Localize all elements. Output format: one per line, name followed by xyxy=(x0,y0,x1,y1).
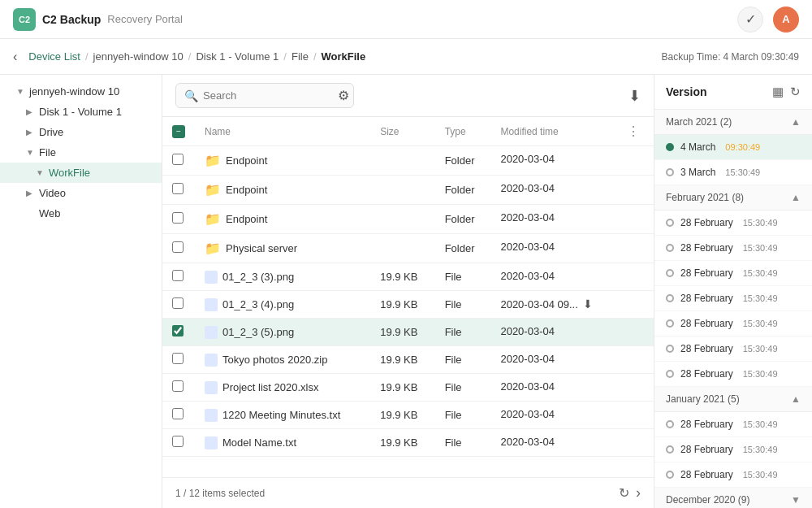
more-options-icon[interactable]: ⋮ xyxy=(627,124,640,138)
row-size: 19.9 KB xyxy=(370,402,434,429)
row-modified: 2020-03-04 xyxy=(490,346,616,371)
select-all-header[interactable]: − xyxy=(162,117,195,146)
row-checkbox-cell[interactable] xyxy=(162,291,195,319)
row-checkbox-cell[interactable] xyxy=(162,346,195,374)
table-row: Model Name.txt 19.9 KB File 2020-03-04 xyxy=(162,429,654,457)
row-checkbox[interactable] xyxy=(172,408,184,419)
avatar[interactable]: A xyxy=(773,7,799,33)
version-date: 28 February xyxy=(680,343,733,354)
version-group-header[interactable]: January 2021 (5) ▲ xyxy=(654,387,812,412)
sidebar-item-web[interactable]: Web xyxy=(0,203,162,224)
row-checkbox[interactable] xyxy=(172,183,184,194)
version-item[interactable]: 28 February 15:30:49 xyxy=(654,236,812,261)
tree-arrow: ▼ xyxy=(26,148,36,157)
breadcrumb-window[interactable]: jennyeh-window 10 xyxy=(93,50,184,63)
version-time: 09:30:49 xyxy=(725,142,760,152)
version-date: 28 February xyxy=(680,419,733,430)
version-item[interactable]: 4 March 09:30:49 xyxy=(654,135,812,160)
refresh-icon[interactable]: ↻ xyxy=(790,85,801,99)
sidebar-item-disk[interactable]: ▶ Disk 1 - Volume 1 xyxy=(0,102,162,122)
version-item[interactable]: 28 February 15:30:49 xyxy=(654,462,812,488)
portal-label: Recovery Portal xyxy=(107,13,182,25)
version-header: Version ▦ ↻ xyxy=(654,75,812,110)
row-checkbox[interactable] xyxy=(172,436,184,447)
version-time: 15:30:49 xyxy=(725,167,760,177)
row-checkbox-cell[interactable] xyxy=(162,429,195,457)
row-type: Folder xyxy=(435,205,491,234)
sidebar-item-video[interactable]: ▶ Video xyxy=(0,183,162,203)
search-box[interactable]: 🔍 ⚙ xyxy=(175,83,354,108)
search-input[interactable] xyxy=(203,89,333,102)
row-type: File xyxy=(435,291,491,319)
row-name: 📁Endpoint xyxy=(195,205,370,234)
row-checkbox-cell[interactable] xyxy=(162,205,195,234)
row-checkbox-cell[interactable] xyxy=(162,319,195,346)
sidebar-item-drive[interactable]: ▶ Drive xyxy=(0,122,162,142)
files-table: − Name Size Type Modified time ⋮ 📁Endpoi… xyxy=(162,117,654,457)
sidebar-item-window[interactable]: ▼ jennyeh-window 10 xyxy=(0,81,162,102)
row-checkbox[interactable] xyxy=(172,270,184,281)
sidebar-item-file[interactable]: ▼ File xyxy=(0,142,162,163)
calendar-icon[interactable]: ▦ xyxy=(772,85,784,99)
row-checkbox[interactable] xyxy=(172,353,184,364)
col-modified: Modified time xyxy=(490,117,616,146)
breadcrumb-file[interactable]: File xyxy=(292,50,309,63)
download-button[interactable]: ⬇ xyxy=(628,87,641,105)
row-checkbox-cell[interactable] xyxy=(162,176,195,205)
row-checkbox[interactable] xyxy=(172,380,184,392)
version-item[interactable]: 3 March 15:30:49 xyxy=(654,160,812,185)
row-checkbox-cell[interactable] xyxy=(162,402,195,429)
row-type: Folder xyxy=(435,146,491,176)
row-type: Folder xyxy=(435,176,491,205)
row-checkbox-cell[interactable] xyxy=(162,263,195,291)
row-type: File xyxy=(435,263,491,291)
version-dot xyxy=(666,294,674,302)
row-checkbox[interactable] xyxy=(172,241,184,253)
download-row-button[interactable]: ⬇ xyxy=(583,297,593,310)
version-group-header[interactable]: March 2021 (2) ▲ xyxy=(654,110,812,135)
version-item[interactable]: 28 February 15:30:49 xyxy=(654,261,812,286)
version-date: 28 February xyxy=(680,444,733,455)
row-checkbox-cell[interactable] xyxy=(162,234,195,263)
notification-button[interactable]: ✓ xyxy=(737,7,763,33)
version-group-header[interactable]: December 2020 (9) ▼ xyxy=(654,488,812,508)
breadcrumb-disk[interactable]: Disk 1 - Volume 1 xyxy=(196,50,279,63)
version-date: 28 February xyxy=(680,267,733,279)
breadcrumb-device-list[interactable]: Device List xyxy=(28,50,80,63)
row-checkbox[interactable] xyxy=(172,154,184,165)
refresh-button[interactable]: ↻ xyxy=(619,485,629,501)
version-item[interactable]: 28 February 15:30:49 xyxy=(654,362,812,387)
col-type: Type xyxy=(435,117,491,146)
row-name: 📁Endpoint xyxy=(195,176,370,205)
version-item[interactable]: 28 February 15:30:49 xyxy=(654,286,812,311)
row-modified: 2020-03-04 09...⬇ xyxy=(490,291,616,317)
tree-arrow: ▼ xyxy=(36,168,45,177)
row-checkbox[interactable] xyxy=(172,212,184,224)
version-item[interactable]: 28 February 15:30:49 xyxy=(654,412,812,437)
version-item[interactable]: 28 February 15:30:49 xyxy=(654,336,812,362)
version-item[interactable]: 28 February 15:30:49 xyxy=(654,437,812,462)
select-all-checkbox[interactable]: − xyxy=(172,125,185,138)
sidebar-item-workfile[interactable]: ▼ WorkFile xyxy=(0,163,162,183)
tree-arrow: ▼ xyxy=(16,87,26,96)
back-button[interactable]: ‹ xyxy=(13,50,17,64)
row-checkbox[interactable] xyxy=(172,325,184,336)
version-group-header[interactable]: February 2021 (8) ▲ xyxy=(654,185,812,211)
filter-icon[interactable]: ⚙ xyxy=(338,88,349,103)
row-checkbox-cell[interactable] xyxy=(162,146,195,176)
row-checkbox-cell[interactable] xyxy=(162,374,195,402)
topnav-right: ✓ A xyxy=(737,7,799,33)
folder-icon: 📁 xyxy=(205,211,221,227)
next-button[interactable]: › xyxy=(636,484,641,501)
version-item[interactable]: 28 February 15:30:49 xyxy=(654,211,812,236)
version-date: 4 March xyxy=(680,141,715,153)
file-icon xyxy=(205,271,218,284)
footer-right: ↻ › xyxy=(619,484,641,501)
row-modified: 2020-03-04 xyxy=(490,234,616,259)
version-group-label: January 2021 (5) xyxy=(666,393,740,405)
version-group: January 2021 (5) ▲ 28 February 15:30:49 … xyxy=(654,387,812,488)
row-checkbox[interactable] xyxy=(172,297,184,309)
version-item[interactable]: 28 February 15:30:49 xyxy=(654,311,812,336)
sidebar-label: jennyeh-window 10 xyxy=(29,85,119,98)
row-actions xyxy=(617,234,654,263)
